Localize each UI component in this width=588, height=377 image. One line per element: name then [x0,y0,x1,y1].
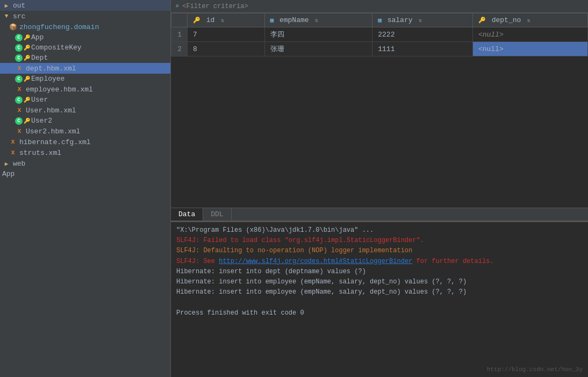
key-icon-user: 🔑 [24,97,30,103]
cell-dept-no-2[interactable]: <null> [472,42,587,56]
th-dept-no-label: dept_no [492,16,521,24]
tab-data[interactable]: Data [171,208,203,220]
console-line-9: Process finished with exit code 0 [176,308,583,318]
sidebar-item-app[interactable]: C 🔑 App [0,32,170,42]
content-area: ⌕ <Filter criteria> 🔑 id ⇅ [171,0,588,377]
col-icon-dept-no: 🔑 [478,17,486,24]
sidebar-item-user2-hbm[interactable]: X User2.hbm.xml [0,126,170,137]
sidebar-label-user2: User2 [31,117,52,125]
xml-icon-employee-hbm: X [15,85,24,94]
key-icon-dept: 🔑 [24,55,30,61]
sidebar-item-employee-hbm[interactable]: X employee.hbm.xml [0,84,170,95]
package-icon: 📦 [9,23,17,31]
key-icon-compositekey: 🔑 [24,45,30,51]
class-icon-user2: C [15,117,23,125]
sort-icon-dept-no: ⇅ [527,18,530,24]
db-panel: ⌕ <Filter criteria> 🔑 id ⇅ [171,0,588,221]
th-empname[interactable]: ▦ empName ⇅ [264,13,372,27]
sidebar-label-dept-hbm: dept.hbm.xml [26,65,76,73]
sidebar-label-app-root: App [2,170,15,178]
th-salary[interactable]: ▦ salary ⇅ [372,13,473,27]
cell-empname-1[interactable]: 李四 [264,27,372,42]
th-id-label: id [206,16,215,24]
filter-criteria-text: <Filter criteria> [182,3,248,10]
filter-bar: ⌕ <Filter criteria> [171,0,588,13]
sort-icon-empname: ⇅ [315,18,318,24]
xml-icon-user-hbm: X [15,106,24,115]
sidebar-label-user: User [31,96,48,104]
console-link[interactable]: http://www.slf4j.org/codes.html#StaticLo… [219,258,412,265]
class-icon-user: C [15,96,23,104]
sidebar-item-web[interactable]: ▶ web [0,158,170,169]
sidebar-item-user-hbm[interactable]: X User.hbm.xml [0,105,170,116]
row-num-1: 1 [171,27,188,42]
sidebar-item-dept-hbm[interactable]: X dept.hbm.xml [0,63,170,74]
sidebar-item-hibernate-cfg[interactable]: X hibernate.cfg.xml [0,137,170,147]
sidebar-item-user[interactable]: C 🔑 User [0,95,170,105]
xml-icon-dept-hbm: X [15,64,24,73]
key-icon-user2: 🔑 [24,118,30,124]
console-line-4: SLF4J: See http://www.slf4j.org/codes.ht… [176,257,583,267]
sidebar-label-hibernate-cfg: hibernate.cfg.xml [19,138,91,146]
sidebar-label-src: src [13,12,25,20]
class-icon-dept: C [15,54,23,62]
sidebar-label-user2-hbm: User2.hbm.xml [26,127,80,136]
sidebar-label-employee: Employee [31,75,64,83]
xml-icon-struts: X [9,148,17,157]
console-line-6: Hibernate: insert into employee (empName… [176,277,583,287]
sidebar-item-user2[interactable]: C 🔑 User2 [0,116,170,126]
folder-icon-web: ▶ [2,159,11,168]
console-panel: "X:\Program Files (x86)\Java\jdk1.7.0\bi… [171,221,588,377]
sidebar-label-struts: struts.xml [19,149,61,157]
th-rownum [171,13,188,27]
sidebar-item-dept[interactable]: C 🔑 Dept [0,53,170,63]
folder-icon-src: ▼ [2,12,11,20]
sidebar-item-package[interactable]: 📦 zhongfucheng.domain [0,22,170,32]
cell-salary-1[interactable]: 2222 [372,27,473,42]
sidebar-label-out: out [13,2,25,10]
tab-ddl[interactable]: DDL [203,208,231,220]
th-salary-label: salary [388,16,413,24]
th-empname-label: empName [279,16,309,24]
sidebar-item-struts[interactable]: X struts.xml [0,147,170,158]
col-icon-salary: ▦ [378,17,382,24]
sidebar-label-dept: Dept [31,54,48,62]
sidebar-item-out[interactable]: ▶ out [0,0,170,11]
console-line-5: Hibernate: insert into dept (deptname) v… [176,267,583,277]
class-icon-compositekey: C [15,44,23,52]
null-text: <null> [478,31,504,39]
row-num-2: 2 [171,42,188,56]
filter-icon: ⌕ [175,2,179,10]
cell-dept-no-1[interactable]: <null> [472,27,587,42]
cell-salary-2[interactable]: 1111 [372,42,473,56]
console-line-1: "X:\Program Files (x86)\Java\jdk1.7.0\bi… [176,225,583,236]
console-line-8 [176,297,583,308]
table-row[interactable]: 1 7 李四 2222 <null> [171,27,588,42]
sidebar-item-src[interactable]: ▼ src [0,11,170,22]
th-dept-no[interactable]: 🔑 dept_no ⇅ [472,13,587,27]
th-id[interactable]: 🔑 id ⇅ [188,13,265,27]
watermark: http://blog.csdn.net/hon_3y [487,366,583,373]
cell-id-1[interactable]: 7 [188,27,265,42]
console-line-7: Hibernate: insert into employee (empName… [176,287,583,297]
sidebar-label-compositekey: CompositeKey [31,44,82,52]
sidebar-label-employee-hbm: employee.hbm.xml [26,86,93,94]
sidebar-label-package: zhongfucheng.domain [19,23,99,31]
sidebar-item-app-root[interactable]: App [0,169,170,179]
sidebar-label-user-hbm: User.hbm.xml [26,106,76,115]
db-tabs: Data DDL [171,208,588,221]
sidebar-item-compositekey[interactable]: C 🔑 CompositeKey [0,42,170,53]
sidebar-item-employee[interactable]: C 🔑 Employee [0,74,170,84]
cell-id-2[interactable]: 8 [188,42,265,56]
db-table-container[interactable]: 🔑 id ⇅ ▦ empName ⇅ ▦ salary [171,13,588,208]
folder-icon: ▶ [2,1,11,10]
table-row[interactable]: 2 8 张珊 1111 <null> [171,42,588,56]
sort-icon-salary: ⇅ [419,18,422,24]
cell-empname-2[interactable]: 张珊 [264,42,372,56]
xml-icon-hibernate-cfg: X [9,138,17,146]
sidebar-label-web: web [13,160,25,168]
console-line-3: SLF4J: Defaulting to no-operation (NOP) … [176,246,583,256]
key-col-icon: 🔑 [193,17,200,24]
key-icon-employee: 🔑 [24,76,30,82]
col-icon-empname: ▦ [270,17,274,24]
